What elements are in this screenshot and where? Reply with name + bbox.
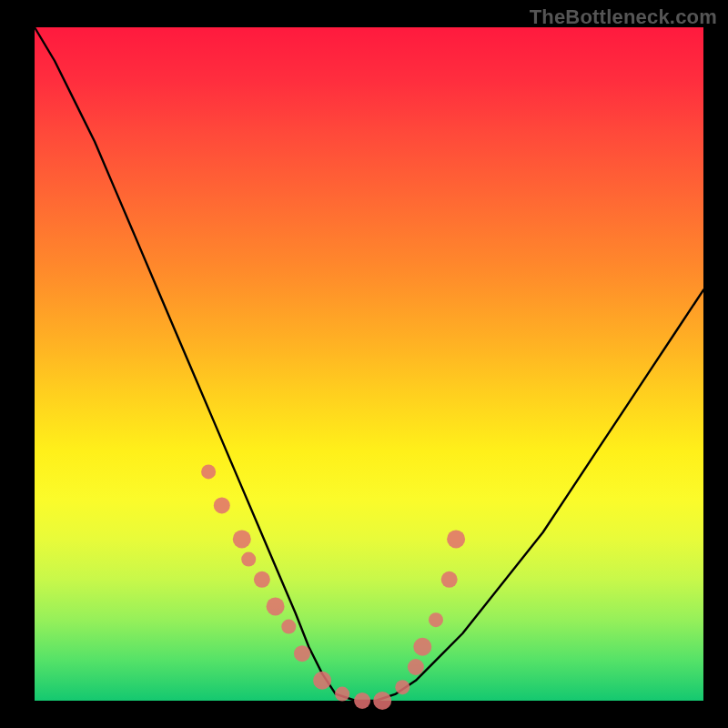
highlight-dot [373, 692, 391, 710]
chart-frame: TheBottleneck.com [0, 0, 728, 728]
highlight-dot [214, 497, 230, 513]
watermark-text: TheBottleneck.com [530, 5, 717, 29]
highlight-dot [429, 612, 443, 627]
highlight-dot [281, 620, 296, 634]
highlight-dots-group [201, 464, 465, 710]
highlight-dot [267, 597, 285, 615]
highlight-dot [395, 680, 410, 694]
highlight-dot [241, 552, 256, 567]
highlight-dot [313, 672, 331, 690]
highlight-dot [254, 571, 270, 588]
highlight-dot [441, 571, 458, 588]
highlight-dot [413, 638, 431, 656]
curve-layer [35, 27, 703, 701]
highlight-dot [233, 530, 251, 548]
bottleneck-curve [35, 27, 703, 701]
plot-area [35, 27, 703, 701]
highlight-dot [354, 693, 370, 709]
highlight-dot [447, 530, 465, 548]
highlight-dot [335, 687, 349, 702]
highlight-dot [408, 659, 424, 675]
highlight-dot [201, 464, 216, 479]
highlight-dot [294, 645, 310, 662]
